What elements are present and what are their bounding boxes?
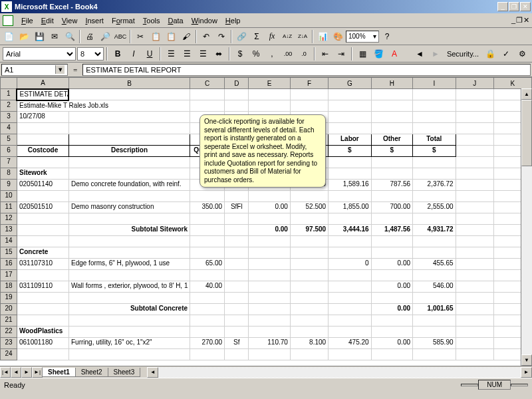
vertical-scrollbar[interactable]: ▲ ▼ <box>521 88 532 366</box>
row-header[interactable]: 23 <box>1 338 17 349</box>
row-header[interactable]: 8 <box>1 168 17 180</box>
search-button[interactable]: 🔍 <box>63 29 77 44</box>
security-button3[interactable]: ⚙ <box>515 47 529 61</box>
col-header[interactable]: H <box>371 78 412 89</box>
col-header[interactable]: C <box>190 78 225 89</box>
workbook-icon[interactable] <box>3 15 13 26</box>
doc-maximize-button[interactable]: ❐ <box>516 16 523 25</box>
cell[interactable]: 1,589.16 <box>329 180 372 191</box>
cell[interactable]: 3,444.16 <box>329 225 372 236</box>
sort-asc-button[interactable]: A↓Z <box>280 29 295 44</box>
percent-button[interactable]: % <box>249 47 263 61</box>
font-color-button[interactable]: A <box>387 47 402 61</box>
cell[interactable]: Furring, utility, 16" oc, 1"x2" <box>68 338 190 349</box>
doc-close-button[interactable]: ✕ <box>523 16 529 25</box>
menu-format[interactable]: Format <box>108 15 139 26</box>
security-button1[interactable]: 🔒 <box>483 47 497 61</box>
save-button[interactable]: 💾 <box>32 29 47 44</box>
menu-data[interactable]: Data <box>164 15 187 26</box>
cell[interactable]: WoodPlastics <box>17 327 68 338</box>
scroll-up-button[interactable]: ▲ <box>521 88 532 100</box>
font-name-select[interactable]: Arial <box>3 47 76 61</box>
autosum-button[interactable]: Σ <box>249 29 264 44</box>
row-header[interactable]: 16 <box>1 259 17 270</box>
cell[interactable]: 0.00 <box>371 338 412 349</box>
cell[interactable]: 0.00 <box>371 259 412 270</box>
cell[interactable]: Labor <box>329 134 372 146</box>
tab-nav-next[interactable]: ► <box>21 367 32 378</box>
row-header[interactable]: 22 <box>1 327 17 338</box>
cell[interactable]: Subtotal Concrete <box>68 304 190 315</box>
format-painter-button[interactable]: 🖌 <box>179 29 194 44</box>
cell[interactable]: 10/27/08 <box>17 112 68 123</box>
cell[interactable]: Other <box>371 134 412 146</box>
cell[interactable]: 546.00 <box>413 281 456 293</box>
paste-button[interactable]: 📋 <box>164 29 178 44</box>
increase-indent-button[interactable]: ⇥ <box>334 47 348 61</box>
cell[interactable]: 020501140 <box>17 180 68 191</box>
cut-button[interactable]: ✂ <box>133 29 148 44</box>
hyperlink-button[interactable]: 🔗 <box>234 29 249 44</box>
cell[interactable]: 0.00 <box>249 202 290 213</box>
cell[interactable]: 97.500 <box>290 225 328 236</box>
doc-minimize-button[interactable]: _ <box>511 16 515 25</box>
row-header[interactable]: 7 <box>1 157 17 168</box>
cell[interactable]: 1,001.65 <box>413 304 456 315</box>
scroll-thumb[interactable] <box>521 100 532 166</box>
copy-button[interactable]: 📋 <box>148 29 163 44</box>
tab-nav-last[interactable]: ►| <box>32 367 43 378</box>
align-left-button[interactable]: ☰ <box>164 47 178 61</box>
preview-button[interactable]: 🔎 <box>98 29 112 44</box>
row-header[interactable]: 17 <box>1 270 17 281</box>
cell[interactable]: Edge forms, 6" H, plywood, 1 use <box>68 259 190 270</box>
col-header[interactable]: F <box>290 78 328 89</box>
col-header[interactable]: J <box>456 78 493 89</box>
new-button[interactable]: 📄 <box>1 29 16 44</box>
merge-button[interactable]: ⬌ <box>211 47 226 61</box>
close-button[interactable]: ✕ <box>520 2 531 11</box>
minimize-button[interactable]: _ <box>497 2 508 11</box>
cell[interactable]: Costcode <box>17 146 68 157</box>
sort-desc-button[interactable]: Z↓A <box>295 29 310 44</box>
sheet-tab[interactable]: Sheet2 <box>75 368 108 377</box>
row-header[interactable]: 6 <box>1 146 17 157</box>
row-header[interactable]: 3 <box>1 112 17 123</box>
row-header[interactable]: 12 <box>1 213 17 225</box>
align-center-button[interactable]: ☰ <box>180 47 194 61</box>
cell[interactable]: Concrete <box>17 247 68 259</box>
cell[interactable]: 110.70 <box>249 338 290 349</box>
row-header[interactable]: 24 <box>1 349 17 360</box>
row-header[interactable]: 9 <box>1 180 17 191</box>
row-header[interactable]: 10 <box>1 191 17 202</box>
row-header[interactable]: 13 <box>1 225 17 236</box>
select-all-corner[interactable] <box>1 78 17 89</box>
menu-view[interactable]: View <box>58 15 82 26</box>
menu-help[interactable]: Help <box>221 15 245 26</box>
cell[interactable]: $ <box>329 146 372 157</box>
help-button[interactable]: ? <box>380 29 394 44</box>
cell[interactable]: 2,376.72 <box>413 180 456 191</box>
cell[interactable]: ESTIMATE DETAIL REPORT <box>17 89 68 100</box>
cell[interactable]: $ <box>371 146 412 157</box>
cell[interactable]: 40.00 <box>190 281 225 293</box>
row-header[interactable]: 18 <box>1 281 17 293</box>
cell[interactable]: 031109110 <box>17 281 68 293</box>
cell[interactable] <box>68 89 190 100</box>
cell[interactable]: $ <box>413 146 456 157</box>
sheet-tab[interactable]: Sheet3 <box>108 368 141 377</box>
cell[interactable]: 1,487.56 <box>371 225 412 236</box>
cell[interactable]: Sf <box>225 338 249 349</box>
zoom-box[interactable]: 100%▾ <box>346 31 379 43</box>
undo-button[interactable]: ↶ <box>199 29 213 44</box>
col-header[interactable]: K <box>493 78 531 89</box>
row-header[interactable]: 1 <box>1 89 17 100</box>
nav-back-button[interactable]: ◄ <box>412 47 427 61</box>
cell[interactable]: 787.56 <box>371 180 412 191</box>
align-right-button[interactable]: ☰ <box>196 47 210 61</box>
cell[interactable]: 0.00 <box>249 225 290 236</box>
cell[interactable]: Subtotal Sitework <box>68 225 190 236</box>
cell[interactable]: 52.500 <box>290 202 328 213</box>
cell[interactable]: 4,931.72 <box>413 225 456 236</box>
row-header[interactable]: 15 <box>1 247 17 259</box>
print-button[interactable]: 🖨 <box>82 29 97 44</box>
